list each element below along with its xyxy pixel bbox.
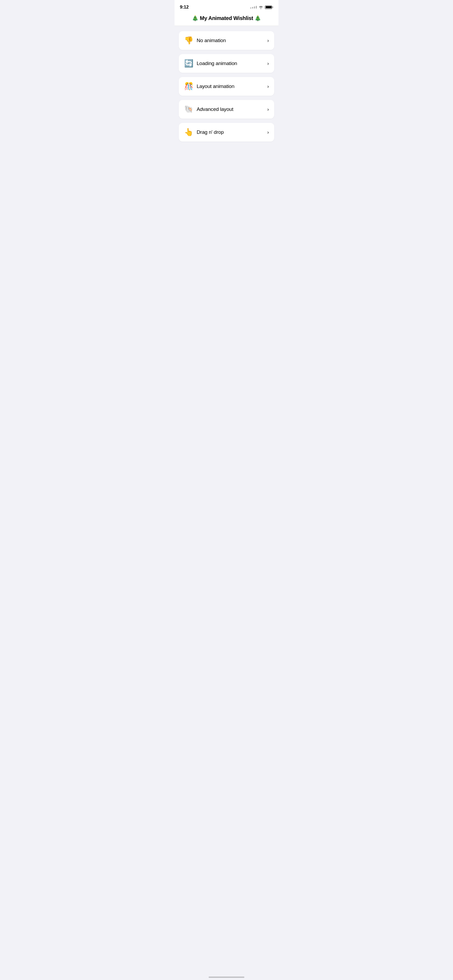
app-header: 🎄 My Animated Wishlist 🎄 xyxy=(175,13,278,26)
menu-item-left-advanced-layout: 🐚Advanced layout xyxy=(184,106,234,113)
menu-emoji-layout-animation: 🎊 xyxy=(184,83,194,90)
menu-item-drag-n-drop[interactable]: 👆Drag n' drop› xyxy=(179,123,274,142)
menu-list: 👎No animation›🔄Loading animation›🎊Layout… xyxy=(175,26,278,147)
app-title: 🎄 My Animated Wishlist 🎄 xyxy=(180,15,273,21)
menu-emoji-advanced-layout: 🐚 xyxy=(184,106,194,113)
menu-emoji-loading-animation: 🔄 xyxy=(184,60,194,67)
status-time: 9:12 xyxy=(180,5,189,10)
menu-item-left-no-animation: 👎No animation xyxy=(184,37,226,44)
chevron-icon-drag-n-drop: › xyxy=(267,130,269,135)
wifi-icon xyxy=(259,6,263,9)
menu-item-no-animation[interactable]: 👎No animation› xyxy=(179,31,274,50)
signal-icon xyxy=(250,6,257,8)
menu-label-loading-animation: Loading animation xyxy=(197,60,237,66)
menu-item-left-layout-animation: 🎊Layout animation xyxy=(184,83,235,90)
menu-label-advanced-layout: Advanced layout xyxy=(197,107,234,112)
status-icons xyxy=(250,6,273,9)
menu-label-no-animation: No animation xyxy=(197,38,226,43)
chevron-icon-advanced-layout: › xyxy=(267,107,269,112)
chevron-icon-layout-animation: › xyxy=(267,84,269,89)
menu-label-drag-n-drop: Drag n' drop xyxy=(197,129,224,135)
menu-item-loading-animation[interactable]: 🔄Loading animation› xyxy=(179,54,274,73)
menu-item-left-drag-n-drop: 👆Drag n' drop xyxy=(184,129,224,136)
menu-item-advanced-layout[interactable]: 🐚Advanced layout› xyxy=(179,100,274,119)
status-bar: 9:12 xyxy=(175,0,278,13)
menu-item-layout-animation[interactable]: 🎊Layout animation› xyxy=(179,77,274,96)
chevron-icon-loading-animation: › xyxy=(267,61,269,66)
menu-label-layout-animation: Layout animation xyxy=(197,83,235,89)
battery-icon xyxy=(265,6,273,9)
menu-emoji-no-animation: 👎 xyxy=(184,37,194,44)
chevron-icon-no-animation: › xyxy=(267,38,269,43)
menu-item-left-loading-animation: 🔄Loading animation xyxy=(184,60,237,67)
menu-emoji-drag-n-drop: 👆 xyxy=(184,129,194,136)
